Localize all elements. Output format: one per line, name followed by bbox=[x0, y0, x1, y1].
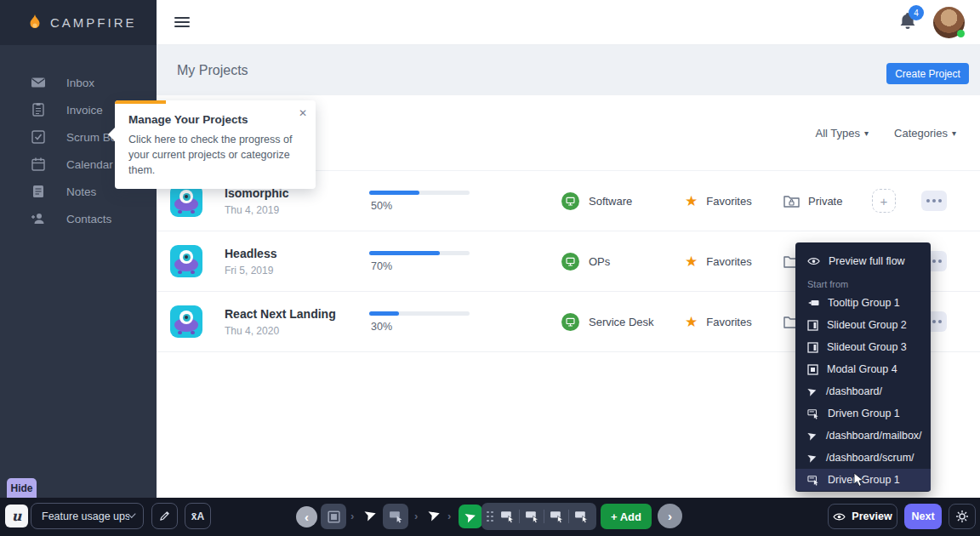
favorites-label: Favorites bbox=[706, 255, 751, 268]
sidebar-item-label: Contacts bbox=[66, 213, 111, 225]
favorites-label: Favorites bbox=[706, 316, 751, 328]
flow-context-menu: Preview full flow Start from Tooltip Gro… bbox=[795, 242, 931, 492]
tooltip-title: Manage Your Projects bbox=[128, 113, 302, 126]
notification-badge: 4 bbox=[909, 5, 924, 20]
row-menu-button[interactable] bbox=[921, 191, 947, 211]
menu-item-label: /dashboard/ bbox=[826, 385, 882, 397]
chevron-left-icon: ‹ bbox=[305, 510, 309, 524]
mouse-cursor-icon bbox=[853, 472, 866, 488]
privacy-label: Private bbox=[808, 195, 842, 208]
hamburger-menu-icon[interactable] bbox=[174, 17, 190, 30]
edit-button[interactable] bbox=[151, 503, 178, 529]
category-filter-dropdown[interactable]: Categories ▾ bbox=[894, 127, 956, 140]
sidebar-item-label: Invoice bbox=[66, 104, 103, 117]
type-filter-label: All Types bbox=[816, 127, 861, 140]
menu-item-preview-full-flow[interactable]: Preview full flow bbox=[795, 248, 931, 274]
online-status-dot bbox=[957, 30, 965, 37]
menu-item-label: Tooltip Group 1 bbox=[828, 297, 900, 309]
contacts-icon bbox=[31, 211, 46, 226]
menu-item-tooltip-group[interactable]: Tooltip Group 1 bbox=[795, 292, 931, 314]
project-date: Thu 4, 2019 bbox=[225, 204, 288, 216]
flow-select-value: Feature usage ups... bbox=[42, 510, 129, 522]
hide-editor-button[interactable]: Hide bbox=[7, 478, 37, 498]
add-step-button[interactable]: + Add bbox=[601, 504, 652, 529]
page-header: My Projects Create Project bbox=[157, 45, 980, 95]
menu-item-dashboard-scrum-page[interactable]: /dashboard/scrum/ bbox=[795, 447, 931, 469]
page-title: My Projects bbox=[177, 63, 248, 78]
sidebar-item-label: Inbox bbox=[66, 77, 94, 89]
settings-button[interactable] bbox=[949, 504, 976, 529]
close-icon[interactable]: ✕ bbox=[299, 107, 307, 119]
driven-step-button[interactable] bbox=[522, 510, 541, 523]
navigate-step-icon bbox=[463, 509, 479, 525]
preview-button[interactable]: Preview bbox=[828, 504, 897, 529]
sidebar-item-contacts[interactable]: Contacts bbox=[0, 205, 157, 232]
progress-bar bbox=[369, 251, 470, 255]
topbar: 4 bbox=[157, 0, 980, 45]
gear-icon bbox=[955, 510, 969, 523]
slideout-step-icon bbox=[807, 320, 818, 331]
active-navigate-step-button[interactable] bbox=[459, 505, 482, 528]
project-name: Headless bbox=[225, 247, 276, 260]
driven-step-button[interactable] bbox=[498, 510, 516, 523]
project-date: Thu 4, 2020 bbox=[225, 325, 336, 337]
app-screen: CAMPFIRE Inbox Invoice Scrum Board Calen… bbox=[0, 0, 980, 536]
menu-item-modal-group[interactable]: Modal Group 4 bbox=[795, 358, 931, 380]
drag-handle-icon[interactable] bbox=[487, 511, 493, 522]
favorites-toggle[interactable]: ★ Favorites bbox=[685, 254, 783, 269]
favorites-toggle[interactable]: ★ Favorites bbox=[685, 194, 783, 208]
category-filter-label: Categories bbox=[894, 127, 948, 140]
menu-item-slideout-group[interactable]: Slideout Group 3 bbox=[795, 336, 931, 358]
logo: CAMPFIRE bbox=[0, 0, 157, 45]
step-separator: › bbox=[447, 510, 451, 522]
navigate-step-icon bbox=[806, 385, 818, 397]
userlane-logo[interactable]: u bbox=[5, 505, 28, 527]
add-tag-button[interactable]: + bbox=[872, 189, 896, 213]
menu-item-label: Modal Group 4 bbox=[827, 363, 897, 375]
translate-button[interactable]: x̄A bbox=[185, 503, 211, 529]
driven-step-icon bbox=[525, 510, 539, 523]
sidebar-item-label: Calendar bbox=[66, 158, 113, 171]
driven-step-button[interactable] bbox=[547, 510, 566, 523]
flow-editor-bar: Hide u Feature usage ups... x̄A ‹ › › › bbox=[0, 498, 980, 536]
steps-scroll-back-button[interactable]: ‹ bbox=[296, 506, 317, 527]
navigate-step-icon[interactable] bbox=[362, 506, 379, 523]
create-project-button[interactable]: Create Project bbox=[886, 63, 969, 84]
favorites-label: Favorites bbox=[706, 195, 751, 208]
sidebar: CAMPFIRE Inbox Invoice Scrum Board Calen… bbox=[0, 0, 157, 536]
driven-step-button[interactable] bbox=[383, 504, 408, 529]
menu-item-dashboard-mailbox-page[interactable]: /dashboard/mailbox/ bbox=[795, 425, 931, 447]
step-separator: › bbox=[414, 510, 418, 522]
modal-step-icon bbox=[807, 364, 818, 375]
menu-item-driven-group[interactable]: Driven Group 1 bbox=[795, 402, 931, 425]
menu-section-label: Start from bbox=[795, 274, 931, 292]
tooltip-arrow bbox=[108, 128, 115, 141]
flame-icon bbox=[28, 14, 42, 31]
star-icon: ★ bbox=[685, 194, 698, 208]
plus-icon: + bbox=[880, 194, 888, 208]
project-name: React Next Landing bbox=[225, 307, 336, 321]
menu-item-label: Preview full flow bbox=[829, 255, 905, 267]
favorites-toggle[interactable]: ★ Favorites bbox=[685, 315, 783, 329]
sidebar-item-inbox[interactable]: Inbox bbox=[0, 69, 157, 96]
menu-item-dashboard-page[interactable]: /dashboard/ bbox=[795, 380, 931, 402]
category-label: OPs bbox=[589, 255, 610, 268]
progress-bar bbox=[369, 311, 470, 316]
logo-text: CAMPFIRE bbox=[50, 15, 137, 30]
star-icon: ★ bbox=[685, 254, 698, 269]
driven-step-icon bbox=[500, 510, 515, 523]
type-filter-dropdown[interactable]: All Types ▾ bbox=[816, 127, 869, 140]
driven-step-icon bbox=[807, 408, 819, 419]
notifications-button[interactable]: 4 bbox=[898, 11, 920, 35]
steps-scroll-forward-button[interactable]: › bbox=[658, 504, 682, 528]
navigate-step-icon bbox=[806, 429, 818, 442]
modal-step-button[interactable] bbox=[321, 504, 346, 529]
flow-select[interactable]: Feature usage ups... bbox=[31, 503, 144, 529]
user-avatar[interactable] bbox=[933, 7, 965, 38]
next-button[interactable]: Next bbox=[904, 504, 942, 529]
translate-icon: x̄A bbox=[191, 510, 204, 522]
driven-step-button[interactable] bbox=[572, 510, 590, 523]
menu-item-slideout-group[interactable]: Slideout Group 2 bbox=[795, 314, 931, 336]
invoice-icon bbox=[31, 102, 46, 117]
navigate-step-icon[interactable] bbox=[426, 506, 443, 523]
